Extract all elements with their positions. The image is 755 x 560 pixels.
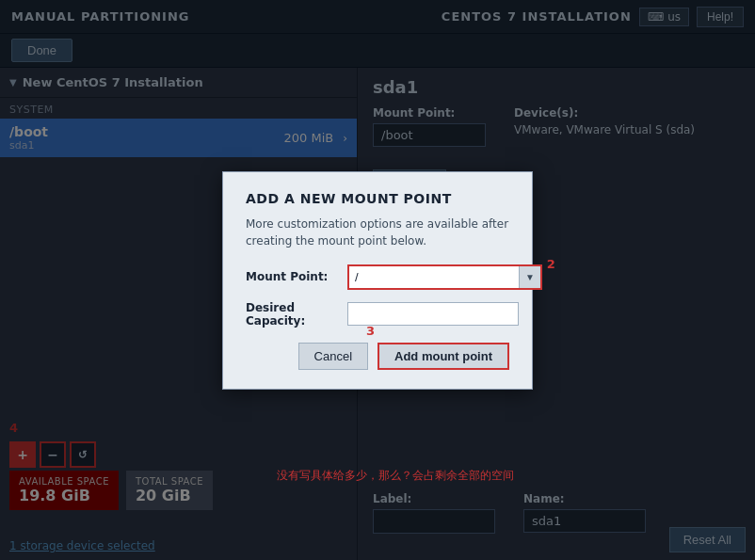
- modal-capacity-input[interactable]: [347, 302, 519, 326]
- add-mount-point-modal: ADD A NEW MOUNT POINT More customization…: [222, 171, 533, 390]
- modal-description: More customization options are available…: [246, 216, 509, 249]
- modal-overlay: ADD A NEW MOUNT POINT More customization…: [0, 0, 755, 560]
- modal-mount-point-row: Mount Point: ▼ 2: [246, 264, 509, 290]
- modal-buttons: Cancel 3 Add mount point: [246, 343, 509, 370]
- modal-cancel-button[interactable]: Cancel: [298, 343, 368, 370]
- modal-title: ADD A NEW MOUNT POINT: [246, 191, 509, 206]
- modal-mount-point-dropdown[interactable]: ▼: [519, 266, 540, 288]
- chinese-annotation: 没有写具体给多少，那么？会占剩余全部的空间: [277, 468, 514, 484]
- modal-capacity-label: Desired Capacity:: [246, 301, 340, 328]
- modal-mount-point-label: Mount Point:: [246, 270, 340, 283]
- annotation-2: 2: [547, 257, 555, 271]
- modal-add-mount-point-button[interactable]: Add mount point: [378, 343, 509, 370]
- annotation-3: 3: [366, 324, 375, 338]
- modal-mount-point-input-wrapper: ▼: [347, 264, 542, 290]
- modal-mount-point-input[interactable]: [349, 266, 519, 288]
- modal-capacity-row: Desired Capacity: 没有写具体给多少，那么？会占剩余全部的空间: [246, 301, 509, 328]
